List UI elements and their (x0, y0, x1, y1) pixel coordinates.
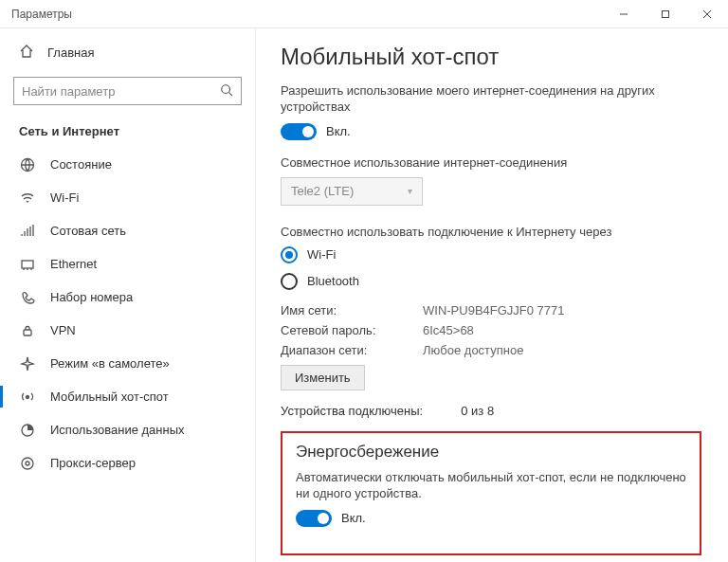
dialup-icon (19, 289, 35, 305)
network-band-key: Диапазон сети: (281, 343, 423, 357)
content-area: Мобильный хот-спот Разрешить использован… (256, 28, 728, 562)
svg-point-11 (22, 458, 33, 469)
page-title: Мобильный хот-спот (281, 44, 701, 70)
network-name-key: Имя сети: (281, 303, 423, 317)
share-description: Разрешить использование моего интернет-с… (281, 83, 701, 116)
network-name-value: WIN-PU9B4FGJJF0 7771 (423, 303, 701, 317)
globe-icon (19, 156, 35, 172)
sidebar-item-status[interactable]: Состояние (0, 148, 255, 181)
network-band-value: Любое доступное (423, 343, 701, 357)
airplane-icon (19, 355, 35, 372)
svg-point-9 (26, 395, 28, 398)
minimize-button[interactable] (603, 0, 645, 28)
nav-list: Состояние Wi-Fi Сотовая сеть Ethernet На… (0, 148, 255, 480)
wifi-icon (19, 190, 35, 206)
radio-wifi[interactable]: Wi-Fi (281, 246, 701, 263)
radio-bluetooth[interactable]: Bluetooth (281, 273, 701, 290)
svg-rect-1 (663, 10, 669, 17)
chevron-down-icon: ▾ (408, 186, 412, 196)
power-saving-section: Энергосбережение Автоматически отключать… (281, 431, 701, 555)
toggle-label: Вкл. (341, 511, 366, 525)
radio-selected-icon (281, 246, 298, 263)
hotspot-toggle[interactable]: Вкл. (281, 123, 701, 140)
search-input[interactable] (22, 84, 220, 99)
svg-rect-8 (24, 330, 31, 335)
sidebar-item-wifi[interactable]: Wi-Fi (0, 181, 255, 214)
connected-key: Устройства подключены: (281, 404, 423, 418)
toggle-label: Вкл. (326, 124, 351, 138)
sidebar-item-label: Состояние (50, 157, 112, 172)
sidebar-item-label: Wi-Fi (50, 190, 79, 205)
network-pass-value: 6Ic45>68 (423, 323, 701, 337)
home-icon (19, 44, 34, 62)
proxy-icon (19, 455, 35, 471)
power-toggle[interactable]: Вкл. (296, 510, 686, 527)
category-heading: Сеть и Интернет (0, 118, 255, 148)
connected-devices-row: Устройства подключены: 0 из 8 (281, 404, 701, 418)
sidebar-item-hotspot[interactable]: Мобильный хот-спот (0, 380, 255, 413)
cellular-icon (19, 223, 35, 239)
home-label: Главная (47, 45, 94, 60)
radio-label: Bluetooth (307, 274, 359, 288)
sidebar-item-label: Прокси-сервер (50, 456, 136, 470)
svg-point-4 (222, 84, 230, 93)
window-controls (603, 0, 728, 28)
sidebar-item-airplane[interactable]: Режим «в самолете» (0, 347, 255, 380)
search-box[interactable] (13, 77, 242, 105)
svg-point-12 (26, 462, 29, 465)
sidebar-item-label: Набор номера (50, 290, 133, 304)
svg-line-5 (229, 92, 233, 96)
close-button[interactable] (686, 0, 728, 28)
sidebar-item-label: Использование данных (50, 423, 185, 437)
dropdown-value: Tele2 (LTE) (291, 184, 354, 198)
sidebar-item-ethernet[interactable]: Ethernet (0, 247, 255, 281)
edit-button[interactable]: Изменить (281, 365, 365, 390)
power-heading: Энергосбережение (296, 443, 686, 462)
sidebar-item-label: Режим «в самолете» (50, 356, 170, 371)
ethernet-icon (19, 256, 35, 272)
sidebar-item-label: Мобильный хот-спот (50, 390, 169, 404)
toggle-switch-icon (296, 510, 332, 527)
network-info-table: Имя сети: WIN-PU9B4FGJJF0 7771 Сетевой п… (281, 303, 701, 357)
share-via-label: Совместно использовать подключение к Инт… (281, 225, 701, 239)
search-icon (220, 83, 233, 100)
connection-dropdown[interactable]: Tele2 (LTE) ▾ (281, 177, 423, 206)
sidebar-item-label: VPN (50, 323, 76, 337)
home-link[interactable]: Главная (0, 36, 255, 69)
sidebar-item-datausage[interactable]: Использование данных (0, 413, 255, 446)
radio-label: Wi-Fi (307, 247, 336, 262)
maximize-button[interactable] (645, 0, 686, 28)
sidebar: Главная Сеть и Интернет Состояние Wi-Fi … (0, 28, 256, 562)
toggle-switch-icon (281, 123, 317, 140)
share-connection-label: Совместное использование интернет-соедин… (281, 155, 701, 170)
connected-value: 0 из 8 (461, 404, 494, 418)
sidebar-item-label: Сотовая сеть (50, 224, 126, 238)
sidebar-item-dialup[interactable]: Набор номера (0, 281, 255, 314)
radio-unselected-icon (281, 273, 298, 290)
svg-rect-7 (22, 261, 33, 268)
power-description: Автоматически отключать мобильный хот-сп… (296, 469, 686, 502)
sidebar-item-proxy[interactable]: Прокси-сервер (0, 446, 255, 480)
sidebar-item-cellular[interactable]: Сотовая сеть (0, 214, 255, 247)
data-usage-icon (19, 422, 35, 438)
network-pass-key: Сетевой пароль: (281, 323, 423, 337)
vpn-icon (19, 322, 35, 338)
titlebar: Параметры (0, 0, 728, 28)
share-via-radios: Wi-Fi Bluetooth (281, 246, 701, 290)
sidebar-item-label: Ethernet (50, 257, 97, 271)
hotspot-icon (19, 389, 35, 405)
window-title: Параметры (11, 8, 72, 21)
sidebar-item-vpn[interactable]: VPN (0, 314, 255, 347)
